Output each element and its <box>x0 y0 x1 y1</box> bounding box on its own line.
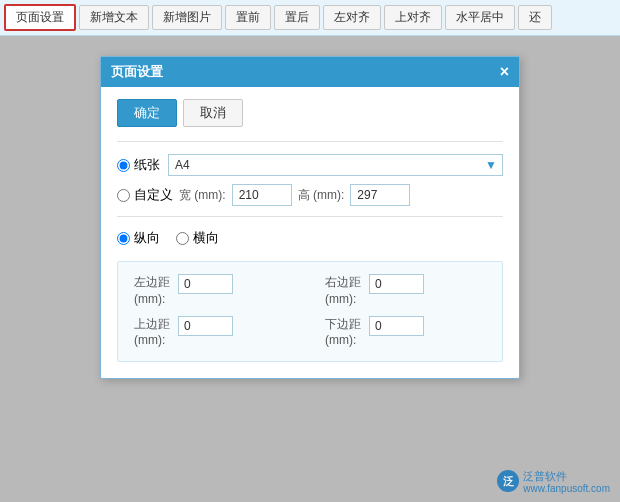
width-input[interactable] <box>232 184 292 206</box>
toolbar-btn-bring-front[interactable]: 置前 <box>225 5 271 30</box>
toolbar-btn-page-setup[interactable]: 页面设置 <box>4 4 76 31</box>
dialog-header: 页面设置 × <box>101 57 519 87</box>
bottom-margin-input[interactable] <box>369 316 424 336</box>
margins-section: 左边距(mm): 右边距(mm): 上边距(mm): <box>117 261 503 362</box>
toolbar-btn-center-h[interactable]: 水平居中 <box>445 5 515 30</box>
toolbar-btn-add-text[interactable]: 新增文本 <box>79 5 149 30</box>
watermark-info: 泛普软件 www.fanpusoft.com <box>523 469 610 494</box>
left-margin-input[interactable] <box>178 274 233 294</box>
height-label: 高 (mm): <box>298 187 345 204</box>
paper-label: 纸张 <box>134 156 160 174</box>
left-margin-label: 左边距(mm): <box>134 274 170 308</box>
landscape-radio-label[interactable]: 横向 <box>176 229 219 247</box>
divider <box>117 141 503 142</box>
watermark-name: 泛普软件 <box>523 469 610 483</box>
custom-label: 自定义 <box>134 186 173 204</box>
watermark-logo: 泛 <box>497 470 519 492</box>
paper-row: 纸张 A4 A3 B5 Letter ▼ <box>117 154 503 176</box>
cancel-button[interactable]: 取消 <box>183 99 243 127</box>
toolbar-btn-undo[interactable]: 还 <box>518 5 552 30</box>
bottom-margin-item: 下边距(mm): <box>325 316 486 350</box>
portrait-radio-label[interactable]: 纵向 <box>117 229 160 247</box>
right-margin-label: 右边距(mm): <box>325 274 361 308</box>
dialog-title: 页面设置 <box>111 63 163 81</box>
toolbar-btn-send-back[interactable]: 置后 <box>274 5 320 30</box>
bottom-margin-label: 下边距(mm): <box>325 316 361 350</box>
top-margin-input[interactable] <box>178 316 233 336</box>
margins-grid: 左边距(mm): 右边距(mm): 上边距(mm): <box>134 274 486 349</box>
portrait-label: 纵向 <box>134 229 160 247</box>
toolbar-btn-align-top[interactable]: 上对齐 <box>384 5 442 30</box>
top-margin-item: 上边距(mm): <box>134 316 295 350</box>
custom-row: 自定义 宽 (mm): 高 (mm): <box>117 184 503 206</box>
paper-select[interactable]: A4 A3 B5 Letter <box>168 154 503 176</box>
paper-radio-label[interactable]: 纸张 <box>117 156 160 174</box>
paper-select-wrapper: A4 A3 B5 Letter ▼ <box>168 154 503 176</box>
confirm-button[interactable]: 确定 <box>117 99 177 127</box>
width-label: 宽 (mm): <box>179 187 226 204</box>
toolbar-btn-align-left[interactable]: 左对齐 <box>323 5 381 30</box>
watermark-url: www.fanpusoft.com <box>523 483 610 494</box>
custom-radio-label[interactable]: 自定义 <box>117 186 173 204</box>
modal-overlay: 页面设置 × 确定 取消 纸张 <box>0 36 620 502</box>
height-input[interactable] <box>350 184 410 206</box>
main-canvas: 页面设置 × 确定 取消 纸张 <box>0 36 620 502</box>
right-margin-item: 右边距(mm): <box>325 274 486 308</box>
dialog-body: 确定 取消 纸张 A4 A3 B5 Letter <box>101 87 519 378</box>
dialog-actions: 确定 取消 <box>117 99 503 127</box>
toolbar-btn-add-image[interactable]: 新增图片 <box>152 5 222 30</box>
paper-radio[interactable] <box>117 159 130 172</box>
landscape-radio[interactable] <box>176 232 189 245</box>
divider2 <box>117 216 503 217</box>
custom-radio[interactable] <box>117 189 130 202</box>
toolbar: 页面设置 新增文本 新增图片 置前 置后 左对齐 上对齐 水平居中 还 <box>0 0 620 36</box>
watermark: 泛 泛普软件 www.fanpusoft.com <box>497 469 610 494</box>
page-setup-dialog: 页面设置 × 确定 取消 纸张 <box>100 56 520 379</box>
right-margin-input[interactable] <box>369 274 424 294</box>
close-icon[interactable]: × <box>500 64 509 80</box>
top-margin-label: 上边距(mm): <box>134 316 170 350</box>
left-margin-item: 左边距(mm): <box>134 274 295 308</box>
portrait-radio[interactable] <box>117 232 130 245</box>
orientation-row: 纵向 横向 <box>117 229 503 247</box>
landscape-label: 横向 <box>193 229 219 247</box>
